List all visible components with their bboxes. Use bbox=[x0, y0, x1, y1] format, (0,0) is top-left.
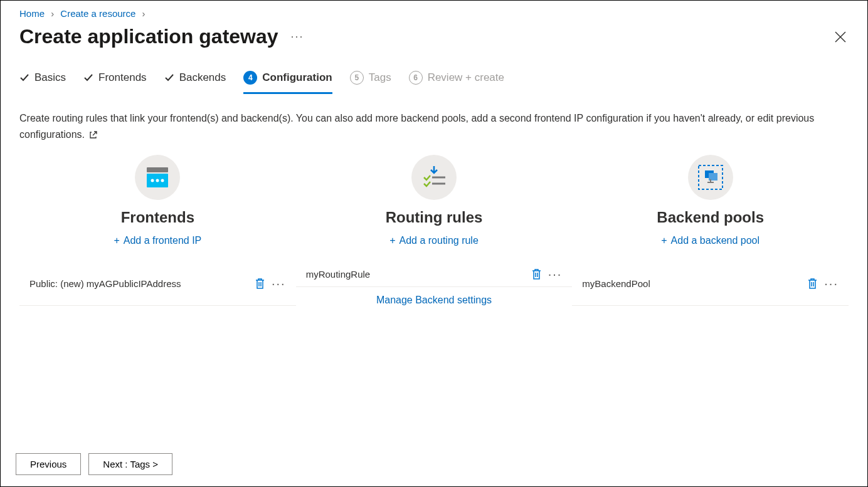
tab-strip: Basics Frontends Backends 4 Configuratio… bbox=[1, 67, 867, 94]
plus-icon: + bbox=[661, 235, 667, 246]
trash-icon bbox=[531, 268, 542, 280]
tab-label: Tags bbox=[369, 71, 391, 84]
plus-icon: + bbox=[114, 235, 119, 246]
tab-frontends[interactable]: Frontends bbox=[83, 68, 147, 93]
tab-tags[interactable]: 5 Tags bbox=[350, 67, 391, 94]
external-link-icon[interactable] bbox=[89, 131, 97, 139]
column-title: Routing rules bbox=[386, 209, 483, 226]
tab-basics[interactable]: Basics bbox=[19, 68, 66, 93]
description-text: Create routing rules that link your fron… bbox=[1, 94, 867, 149]
routing-icon bbox=[411, 155, 457, 200]
close-button[interactable] bbox=[832, 29, 849, 45]
routing-item-label[interactable]: myRoutingRule bbox=[306, 269, 371, 280]
step-number: 4 bbox=[243, 71, 257, 85]
frontend-item-label[interactable]: Public: (new) myAGPublicIPAddress bbox=[29, 278, 181, 289]
delete-button[interactable] bbox=[255, 278, 265, 290]
tab-review-create[interactable]: 6 Review + create bbox=[409, 67, 504, 94]
breadcrumb-create-resource[interactable]: Create a resource bbox=[60, 8, 135, 19]
frontend-icon bbox=[135, 155, 180, 200]
frontends-column: Frontends + Add a frontend IP bbox=[19, 155, 296, 246]
svg-point-3 bbox=[156, 179, 159, 182]
chevron-right-icon: › bbox=[51, 8, 54, 19]
manage-backend-settings-link[interactable]: Manage Backend settings bbox=[376, 295, 492, 305]
delete-button[interactable] bbox=[807, 278, 818, 290]
chevron-right-icon: › bbox=[142, 8, 146, 19]
column-title: Frontends bbox=[121, 209, 194, 226]
tab-label: Configuration bbox=[262, 71, 332, 84]
breadcrumb-home[interactable]: Home bbox=[19, 8, 45, 19]
svg-rect-10 bbox=[707, 182, 714, 183]
step-number: 5 bbox=[350, 71, 364, 85]
routing-rules-column: Routing rules + Add a routing rule bbox=[296, 155, 573, 246]
svg-point-2 bbox=[151, 179, 154, 182]
backend-icon bbox=[688, 155, 733, 200]
tab-label: Review + create bbox=[428, 71, 504, 84]
more-actions-button[interactable]: ··· bbox=[272, 277, 286, 290]
check-icon bbox=[19, 73, 29, 83]
tab-label: Frontends bbox=[98, 71, 147, 84]
svg-rect-0 bbox=[147, 167, 168, 172]
page-title: Create application gateway bbox=[19, 25, 278, 48]
backend-item-row: myBackendPool ··· bbox=[572, 261, 849, 306]
svg-rect-11 bbox=[710, 179, 711, 182]
add-backend-pool-button[interactable]: + Add a backend pool bbox=[661, 235, 760, 246]
trash-icon bbox=[807, 278, 818, 290]
svg-point-4 bbox=[161, 179, 164, 182]
step-number: 6 bbox=[409, 71, 423, 85]
routing-item-row: myRoutingRule ··· bbox=[296, 261, 573, 287]
plus-icon: + bbox=[389, 235, 395, 246]
close-icon bbox=[835, 31, 846, 43]
tab-backends[interactable]: Backends bbox=[164, 68, 226, 93]
next-button[interactable]: Next : Tags > bbox=[88, 453, 172, 475]
breadcrumb: Home › Create a resource › bbox=[1, 1, 867, 23]
add-frontend-ip-button[interactable]: + Add a frontend IP bbox=[114, 235, 201, 246]
tab-configuration[interactable]: 4 Configuration bbox=[243, 67, 332, 94]
more-commands-icon[interactable]: ··· bbox=[291, 30, 304, 43]
more-actions-button[interactable]: ··· bbox=[548, 268, 563, 280]
delete-button[interactable] bbox=[531, 268, 542, 280]
column-title: Backend pools bbox=[657, 209, 764, 226]
more-actions-button[interactable]: ··· bbox=[824, 277, 839, 290]
previous-button[interactable]: Previous bbox=[16, 453, 81, 475]
tab-label: Backends bbox=[179, 71, 226, 84]
check-icon bbox=[164, 73, 174, 83]
backend-pools-column: Backend pools + Add a backend pool bbox=[572, 155, 849, 246]
add-routing-rule-button[interactable]: + Add a routing rule bbox=[389, 235, 479, 246]
frontend-item-row: Public: (new) myAGPublicIPAddress ··· bbox=[19, 261, 296, 306]
trash-icon bbox=[255, 278, 265, 290]
backend-item-label[interactable]: myBackendPool bbox=[582, 278, 650, 289]
tab-label: Basics bbox=[34, 71, 66, 84]
check-icon bbox=[83, 73, 93, 83]
